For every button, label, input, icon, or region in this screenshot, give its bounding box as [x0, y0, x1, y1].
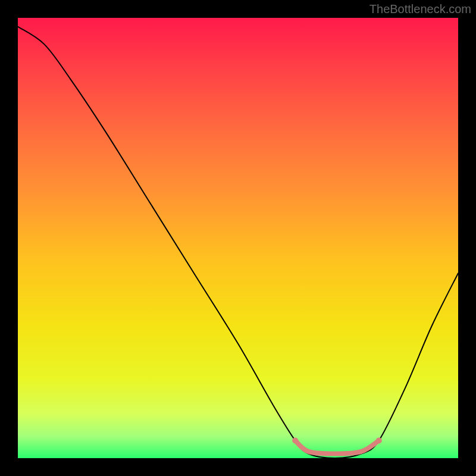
- optimal-right-endpoint: [376, 437, 382, 443]
- chart-stage: TheBottleneck.com: [0, 0, 476, 476]
- gradient-background: [18, 18, 458, 458]
- optimal-left-endpoint: [292, 437, 298, 443]
- attribution-label: TheBottleneck.com: [369, 2, 471, 16]
- bottleneck-chart: [18, 18, 458, 458]
